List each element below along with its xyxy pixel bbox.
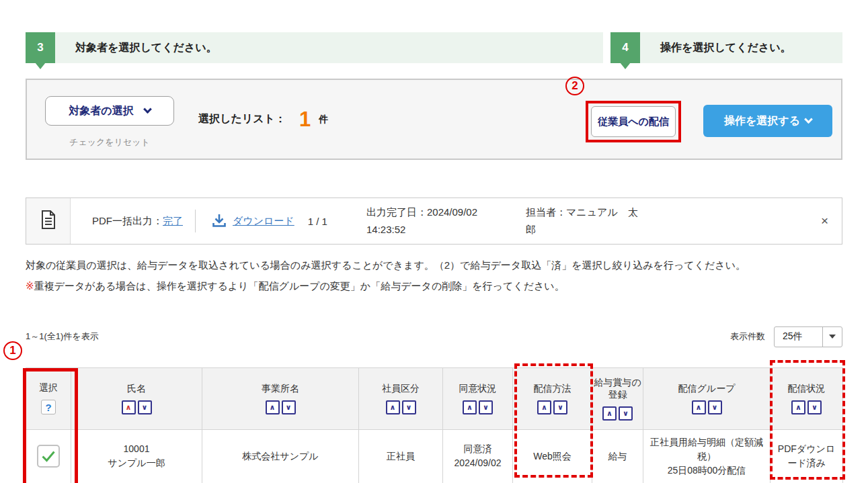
pdf-output-label: PDF一括出力： [92,215,163,228]
sort-asc-button[interactable]: ∧ [791,400,805,414]
header-label: 選択 [39,382,58,394]
step-4-label: 操作を選択してください。 [660,41,791,55]
sort-desc-button[interactable]: ∨ [138,400,152,414]
select-action-button[interactable]: 操作を選択する [703,105,832,137]
help-icon[interactable]: ? [41,400,56,414]
step-3-banner: 3 対象者を選択してください。 [26,32,603,63]
step-4-banner: 4 操作を選択してください。 [610,32,842,63]
selected-count-unit: 件 [319,114,328,126]
selected-list-summary: 選択したリスト： 1 件 [198,80,328,159]
selected-list-label: 選択したリスト： [198,112,286,126]
page-size-select[interactable]: 25件 [774,326,842,347]
target-select-dropdown-button[interactable]: 対象者の選択 [45,96,174,126]
sort-asc-button[interactable]: ∧ [602,406,617,421]
consent-status: 同意済 [447,442,508,456]
employee-name: サンプル一郎 [75,456,198,470]
delivery-group-name: 正社員用給与明細（定額減税） [647,435,766,464]
sort-desc-button[interactable]: ∨ [807,400,822,414]
page: 3 対象者を選択してください。 4 操作を選択してください。 対象者の選択 チェ… [0,0,868,483]
output-completed-date: 出力完了日：2024/09/02 14:23:52 [366,204,504,239]
pdf-output-notification-bar: PDF一括出力：完了 ダウンロード 1 / 1 出力完了日：2024/09/02… [26,197,842,245]
column-header-employee-type: 社員区分 ∧∨ [359,367,443,429]
page-size-label: 表示件数 [730,331,765,343]
sort-asc-button[interactable]: ∧ [692,400,706,414]
cell-consent: 同意済 2024/09/02 [443,429,513,483]
annotation-circle-1: 1 [3,341,22,360]
warning-asterisk-marker: ※ [26,280,34,292]
download-page-indicator: 1 / 1 [308,216,327,227]
notes-block: 対象の従業員の選択は、給与データを取込されている場合のみ選択することができます。… [26,255,842,297]
header-label: 配信方法 [534,383,571,395]
list-controls: 1～1(全1)件を表示 表示件数 25件 [26,326,842,347]
employee-code: 10001 [75,442,198,456]
employee-list-zone: 1～1(全1)件を表示 表示件数 25件 選択 [26,326,842,483]
sort-desc-button[interactable]: ∨ [479,400,493,414]
sort-desc-button[interactable]: ∨ [282,400,296,414]
column-header-consent: 同意状況 ∧∨ [443,367,513,429]
select-action-label: 操作を選択する [724,114,800,128]
selected-count: 1 [299,107,311,132]
chevron-down-icon [804,115,813,124]
cell-delivery-status: PDFダウンロード済み [771,429,843,483]
notification-body: PDF一括出力：完了 ダウンロード 1 / 1 出力完了日：2024/09/02… [71,198,842,244]
download-icon [212,213,227,230]
delivery-group-schedule: 25日08時00分配信 [647,464,766,478]
note-line-2: ※重複データがある場合は、操作を選択するより「配信グループの変更」か「給与データ… [26,276,842,297]
sort-asc-button[interactable]: ∧ [537,400,551,414]
selection-toolbar-panel: 対象者の選択 チェックをリセット 選択したリスト： 1 件 2 従業員への配信 … [26,79,842,160]
step-3-label: 対象者を選択してください。 [75,41,217,55]
sort-asc-button[interactable]: ∧ [266,400,280,414]
cell-delivery-method: Web照会 [513,429,592,483]
column-header-delivery-group: 配信グループ ∧∨ [643,367,771,429]
person-in-charge: 担当者：マニュアル 太郎 [526,204,639,239]
distribute-to-employees-button[interactable]: 従業員への配信 [591,106,676,137]
reset-checks-link[interactable]: チェックをリセット [45,136,174,148]
note-line-2-text: 重複データがある場合は、操作を選択するより「配信グループの変更」か「給与データの… [34,280,565,292]
sort-asc-button[interactable]: ∧ [386,400,400,414]
cell-select [26,429,71,483]
target-select-label: 対象者の選択 [69,104,133,118]
column-header-name: 氏名 ∧∨ [71,367,202,429]
sort-asc-button[interactable]: ∧ [122,400,136,414]
column-header-select: 選択 ? [26,367,71,429]
document-icon [40,210,56,232]
column-header-delivery-method: 配信方法 ∧∨ [513,367,592,429]
cell-name: 10001 サンプル一郎 [71,429,202,483]
header-label: 氏名 [127,383,146,395]
column-header-delivery-status: 配信状況 ∧∨ [771,367,843,429]
document-icon-cell [26,198,71,244]
annotation-circle-2: 2 [565,77,584,95]
dropdown-arrow-icon [822,327,842,347]
close-icon[interactable]: × [821,214,828,228]
consent-date: 2024/09/02 [447,456,508,470]
page-size-control: 表示件数 25件 [730,326,842,347]
header-label: 給与賞与の登録 [594,377,641,401]
header-label: 配信状況 [788,383,826,395]
note-line-1: 対象の従業員の選択は、給与データを取込されている場合のみ選択することができます。… [26,255,842,276]
pdf-output-status-link[interactable]: 完了 [163,215,183,228]
chevron-down-icon [143,105,152,114]
row-checkbox-checked[interactable] [37,445,60,468]
download-group: ダウンロード [212,213,294,230]
result-range-text: 1～1(全1)件を表示 [26,331,99,343]
employee-table: 選択 ? 氏名 ∧∨ 事業所名 ∧∨ [26,367,843,483]
header-label: 配信グループ [678,383,736,395]
header-label: 同意状況 [459,383,497,395]
step-4-number: 4 [610,32,640,63]
divider [195,210,196,232]
step-banners: 3 対象者を選択してください。 4 操作を選択してください。 [26,32,842,63]
cell-delivery-group: 正社員用給与明細（定額減税） 25日08時00分配信 [643,429,771,483]
sort-desc-button[interactable]: ∨ [553,400,567,414]
cell-office: 株式会社サンプル [202,429,359,483]
page-size-value: 25件 [775,327,822,347]
download-link[interactable]: ダウンロード [233,215,294,228]
table-header-row: 選択 ? 氏名 ∧∨ 事業所名 ∧∨ [26,367,843,429]
table-row: 10001 サンプル一郎 株式会社サンプル 正社員 同意済 2024/09/02… [26,429,843,483]
cell-payroll-type: 給与 [592,429,643,483]
column-header-office: 事業所名 ∧∨ [202,367,359,429]
sort-desc-button[interactable]: ∨ [402,400,416,414]
sort-desc-button[interactable]: ∨ [619,406,633,421]
sort-asc-button[interactable]: ∧ [463,400,477,414]
step-3-number: 3 [26,32,55,63]
sort-desc-button[interactable]: ∨ [708,400,722,414]
